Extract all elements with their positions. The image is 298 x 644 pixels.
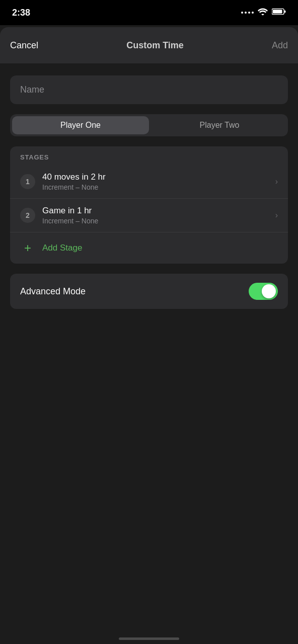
toggle-knob xyxy=(262,284,276,298)
add-button[interactable]: Add xyxy=(272,40,288,51)
stages-section: STAGES 1 40 moves in 2 hr Increment – No… xyxy=(10,146,288,264)
stage-subtitle-1: Increment – None xyxy=(42,183,268,191)
add-stage-button[interactable]: + Add Stage xyxy=(10,232,288,264)
stage-info-2: Game in 1 hr Increment – None xyxy=(42,206,268,225)
chevron-right-icon-2: › xyxy=(275,211,278,220)
stage-number-2: 2 xyxy=(20,208,35,223)
navigation-bar: Cancel Custom Time Add xyxy=(0,27,298,63)
advanced-mode-row: Advanced Mode xyxy=(10,274,288,309)
stage-title-1: 40 moves in 2 hr xyxy=(42,172,268,182)
plus-icon: + xyxy=(20,240,35,256)
wifi-icon xyxy=(258,8,268,18)
player-toggle: Player One Player Two xyxy=(10,114,288,136)
player-one-button[interactable]: Player One xyxy=(12,116,149,134)
advanced-mode-toggle[interactable] xyxy=(249,283,278,300)
player-two-button[interactable]: Player Two xyxy=(151,114,288,136)
home-indicator xyxy=(119,637,179,640)
content-area: Player One Player Two STAGES 1 40 moves … xyxy=(0,63,298,321)
stages-label: STAGES xyxy=(10,146,288,165)
advanced-mode-label: Advanced Mode xyxy=(20,286,86,297)
name-input-container xyxy=(10,75,288,104)
add-stage-label: Add Stage xyxy=(42,243,82,253)
cancel-button[interactable]: Cancel xyxy=(10,40,38,51)
battery-icon xyxy=(272,8,286,18)
stage-item-1[interactable]: 1 40 moves in 2 hr Increment – None › xyxy=(10,165,288,199)
stage-subtitle-2: Increment – None xyxy=(42,217,268,225)
stage-number-1: 1 xyxy=(20,174,35,189)
status-bar: 2:38 xyxy=(0,0,298,25)
svg-rect-2 xyxy=(273,10,282,13)
stage-title-2: Game in 1 hr xyxy=(42,206,268,216)
chevron-right-icon-1: › xyxy=(275,177,278,186)
stage-item-2[interactable]: 2 Game in 1 hr Increment – None › xyxy=(10,199,288,232)
signal-icon xyxy=(241,12,254,14)
status-time: 2:38 xyxy=(12,8,30,18)
svg-rect-1 xyxy=(284,11,286,13)
stage-info-1: 40 moves in 2 hr Increment – None xyxy=(42,172,268,191)
status-icons xyxy=(241,8,286,18)
page-title: Custom Time xyxy=(126,40,184,51)
name-input[interactable] xyxy=(20,85,278,95)
